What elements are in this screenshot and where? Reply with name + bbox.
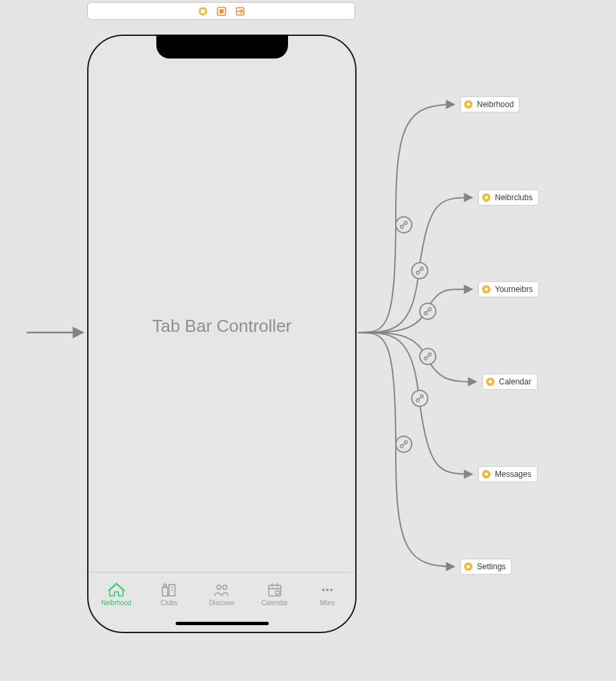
- controller-title: Tab Bar Controller: [88, 316, 355, 337]
- ref-label: Calendar: [499, 377, 532, 386]
- tab-bar-controller-scene[interactable]: Tab Bar Controller Neibrhood Clubs: [87, 35, 357, 633]
- home-indicator: [176, 622, 269, 625]
- ref-label: Messages: [495, 470, 532, 479]
- tab-calendar[interactable]: Calendar: [251, 582, 298, 607]
- tab-discover[interactable]: Discover: [198, 582, 245, 607]
- svg-point-20: [330, 589, 333, 591]
- buildings-icon: [160, 582, 178, 598]
- svg-rect-6: [162, 587, 168, 596]
- svg-line-29: [427, 311, 429, 313]
- segue-junction[interactable]: [411, 390, 428, 407]
- storyboard-reference-neibrclubs[interactable]: Neibrclubs: [478, 190, 539, 205]
- storyboard-ref-icon: [482, 193, 491, 202]
- svg-line-32: [427, 356, 429, 358]
- segue-junction[interactable]: [419, 348, 436, 365]
- house-icon: [107, 582, 126, 598]
- storyboard-reference-neibrhood[interactable]: Neibrhood: [460, 96, 520, 112]
- storyboard-reference-messages[interactable]: Messages: [478, 466, 538, 482]
- svg-line-26: [419, 270, 421, 272]
- tab-label: Clubs: [161, 599, 178, 607]
- svg-rect-4: [220, 9, 224, 13]
- storyboard-ref-icon: [486, 377, 495, 386]
- svg-point-11: [217, 585, 221, 589]
- storyboard-ref-icon: [464, 100, 473, 109]
- storyboard-reference-yourneibrs[interactable]: Yourneibrs: [478, 281, 539, 297]
- storyboard-reference-calendar[interactable]: Calendar: [482, 374, 538, 390]
- tab-label: Discover: [209, 599, 234, 607]
- segue-junction[interactable]: [411, 262, 428, 279]
- initial-vc-icon: [198, 7, 208, 16]
- people-icon: [212, 582, 231, 598]
- svg-point-50: [467, 565, 470, 569]
- segue-junction[interactable]: [419, 303, 436, 320]
- segue-junction[interactable]: [395, 436, 412, 453]
- ref-label: Neibrclubs: [495, 193, 533, 202]
- svg-point-18: [322, 589, 325, 591]
- tab-bar: Neibrhood Clubs Discover C: [90, 572, 354, 613]
- ref-label: Neibrhood: [477, 100, 514, 109]
- svg-point-44: [485, 288, 488, 291]
- tab-more[interactable]: More: [304, 582, 351, 607]
- svg-point-8: [164, 584, 166, 587]
- calendar-icon: [265, 582, 284, 598]
- storyboard-ref-icon: [482, 285, 491, 294]
- tab-label: Neibrhood: [101, 599, 131, 607]
- tab-neibrhood[interactable]: Neibrhood: [93, 582, 140, 607]
- device-notch: [156, 35, 288, 59]
- svg-line-38: [403, 444, 405, 446]
- ref-label: Yourneibrs: [495, 285, 533, 294]
- storyboard-reference-settings[interactable]: Settings: [460, 559, 512, 575]
- segue-junction[interactable]: [395, 216, 412, 233]
- ref-label: Settings: [477, 562, 506, 571]
- tab-clubs[interactable]: Clubs: [146, 582, 192, 607]
- tab-label: More: [320, 599, 335, 607]
- svg-point-48: [485, 473, 488, 476]
- svg-point-19: [326, 589, 329, 591]
- svg-point-42: [485, 196, 488, 200]
- svg-rect-2: [201, 9, 205, 13]
- scene-title-bar[interactable]: [87, 2, 355, 20]
- svg-point-17: [275, 591, 279, 595]
- storyboard-ref-icon: [464, 562, 473, 571]
- svg-point-46: [489, 380, 492, 384]
- svg-line-23: [403, 224, 405, 226]
- svg-line-35: [419, 398, 421, 400]
- tab-label: Calendar: [261, 599, 288, 607]
- storyboard-canvas: Tab Bar Controller Neibrhood Clubs: [0, 0, 616, 681]
- more-icon: [318, 582, 337, 598]
- exit-icon: [235, 7, 245, 16]
- storyboard-ref-icon: [482, 470, 491, 479]
- svg-point-12: [223, 585, 227, 589]
- svg-point-40: [467, 103, 470, 106]
- first-responder-icon: [217, 7, 226, 16]
